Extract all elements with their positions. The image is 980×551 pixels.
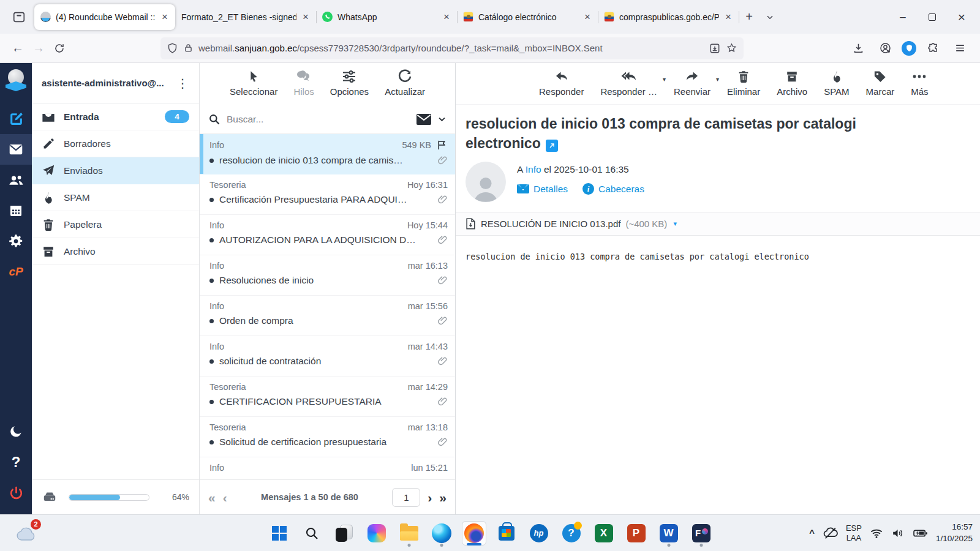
tab-close-icon[interactable]: ×: [583, 11, 592, 23]
hilos-button[interactable]: Hilos: [293, 69, 314, 105]
search-scope-mail-icon[interactable]: [417, 114, 431, 125]
taskbar-app-edge[interactable]: [429, 521, 454, 545]
clock[interactable]: 16:571/10/2025: [936, 522, 973, 544]
search-bar[interactable]: [200, 105, 455, 134]
extension-shield-icon[interactable]: [902, 41, 916, 56]
archivo-button[interactable]: Archivo: [777, 69, 807, 104]
widgets-button[interactable]: 2: [16, 525, 37, 541]
open-in-new-window-icon[interactable]: [546, 140, 558, 152]
taskbar-app-word[interactable]: W: [657, 521, 681, 545]
list-all-tabs-icon[interactable]: [760, 7, 780, 28]
folder-item-archivo[interactable]: Archivo: [32, 238, 199, 265]
dropdown-caret-icon[interactable]: ▾: [663, 76, 666, 83]
first-page-button[interactable]: «: [208, 491, 216, 504]
opciones-button[interactable]: Opciones: [330, 69, 369, 105]
save-page-icon[interactable]: [709, 42, 721, 54]
reenviar-button[interactable]: ▾Reenviar: [674, 69, 710, 104]
eliminar-button[interactable]: Eliminar: [727, 69, 760, 104]
message-list-item[interactable]: Tesoreriamar 13:18Solicitud de certifica…: [200, 417, 455, 457]
attachment-bar[interactable]: RESOLUCIÓN DE INICIO 013.pdf (~400 KB) ▾: [456, 212, 980, 236]
window-close-button[interactable]: ×: [947, 0, 976, 34]
taskbar-app-search[interactable]: [300, 521, 324, 545]
message-list-item[interactable]: Info549 KBresolucion de inicio 013 compr…: [200, 134, 455, 174]
folder-item-papelera[interactable]: Papelera: [32, 211, 199, 238]
folder-item-enviados[interactable]: Enviados: [32, 157, 199, 184]
settings-gear-icon[interactable]: [0, 226, 32, 257]
seleccionar-button[interactable]: Seleccionar: [230, 69, 277, 105]
tracking-shield-icon[interactable]: [167, 42, 178, 54]
taskbar-app-powerpoint[interactable]: P: [624, 521, 649, 545]
browser-tab[interactable]: Catálogo electrónico×: [457, 4, 598, 30]
browser-tab[interactable]: Formato_2_ET Bienes -signed-×: [175, 4, 316, 30]
window-maximize-button[interactable]: [918, 0, 947, 34]
más-button[interactable]: Más: [911, 69, 928, 104]
back-button[interactable]: ←: [7, 38, 28, 59]
page-number-input[interactable]: 1: [392, 488, 420, 507]
attachment-menu-caret-icon[interactable]: ▾: [673, 220, 677, 228]
taskbar-app-task-view[interactable]: [332, 521, 356, 545]
responder-button[interactable]: Responder: [539, 69, 584, 104]
flag-icon[interactable]: [436, 140, 448, 151]
actualizar-button[interactable]: Actualizar: [385, 69, 425, 105]
marcar-button[interactable]: Marcar: [866, 69, 895, 104]
taskbar-app-store[interactable]: [494, 521, 519, 545]
taskbar-app-firmaec[interactable]: F: [689, 521, 714, 545]
taskbar-app-get-help[interactable]: ?: [559, 521, 584, 545]
firefox-view-icon[interactable]: [7, 6, 31, 29]
new-tab-button[interactable]: +: [739, 7, 760, 28]
next-page-button[interactable]: ›: [428, 491, 432, 504]
mail-nav-icon[interactable]: [0, 134, 32, 165]
account-menu-kebab-icon[interactable]: ⋮: [173, 76, 193, 91]
forward-button[interactable]: →: [28, 38, 49, 59]
dropdown-caret-icon[interactable]: ▾: [716, 76, 719, 83]
battery-icon[interactable]: [913, 525, 928, 541]
folder-item-borradores[interactable]: Borradores: [32, 130, 199, 157]
last-page-button[interactable]: »: [439, 491, 447, 504]
message-list-item[interactable]: Infomar 15:56Orden de compra: [200, 296, 455, 336]
taskbar-app-start[interactable]: [267, 521, 292, 545]
bookmark-star-icon[interactable]: [726, 42, 737, 54]
headers-toggle[interactable]: i Cabeceras: [582, 183, 644, 195]
help-icon[interactable]: ?: [0, 447, 32, 478]
downloads-icon[interactable]: [848, 38, 869, 59]
volume-icon[interactable]: [891, 527, 905, 540]
dark-mode-moon-icon[interactable]: [0, 416, 32, 447]
tab-close-icon[interactable]: ×: [442, 11, 451, 23]
address-bar[interactable]: webmail.sanjuan.gob.ec/cpsess7793728530/…: [160, 37, 744, 59]
attachment-name[interactable]: RESOLUCIÓN DE INICIO 013.pdf: [481, 219, 620, 229]
spam-button[interactable]: SPAM: [824, 69, 849, 104]
search-options-chevron-icon[interactable]: [437, 114, 447, 124]
logout-power-icon[interactable]: [0, 478, 32, 508]
window-minimize-button[interactable]: –: [888, 0, 918, 34]
search-input[interactable]: [227, 114, 410, 125]
message-list-item[interactable]: Infomar 14:43solicitud de contratación: [200, 336, 455, 377]
folder-item-entrada[interactable]: Entrada4: [32, 103, 199, 130]
language-indicator[interactable]: ESPLAA: [846, 523, 862, 542]
compose-button[interactable]: [0, 103, 32, 134]
responder--button[interactable]: ▾Responder …: [600, 69, 657, 104]
message-list-item[interactable]: Infolun 15:21: [200, 457, 455, 479]
browser-tab[interactable]: WhatsApp×: [316, 4, 457, 30]
details-toggle[interactable]: Detalles: [517, 184, 568, 195]
message-list-item[interactable]: Tesoreriamar 14:29CERTIFICACION PRESUPUE…: [200, 377, 455, 417]
taskbar-app-file-explorer[interactable]: [397, 521, 421, 545]
extensions-puzzle-icon[interactable]: [922, 38, 943, 59]
cpanel-icon[interactable]: cP: [0, 257, 32, 287]
tab-close-icon[interactable]: ×: [724, 11, 733, 23]
reload-button[interactable]: [49, 38, 70, 59]
taskbar-app-hp[interactable]: hp: [527, 521, 551, 545]
tab-close-icon[interactable]: ×: [160, 11, 169, 23]
contacts-nav-icon[interactable]: [0, 165, 32, 195]
browser-tab[interactable]: compraspublicas.gob.ec/P×: [598, 4, 739, 30]
taskbar-app-firefox[interactable]: [462, 521, 486, 545]
folder-item-spam[interactable]: SPAM: [32, 184, 199, 211]
browser-tab[interactable]: (4) Roundcube Webmail ::×: [34, 4, 175, 30]
message-list-item[interactable]: TesoreriaHoy 16:31Certificación Presupue…: [200, 174, 455, 215]
wifi-icon[interactable]: [870, 527, 883, 540]
menu-hamburger-icon[interactable]: [949, 38, 970, 59]
previous-page-button[interactable]: ‹: [223, 491, 227, 504]
tray-overflow-chevron-icon[interactable]: ^: [809, 528, 815, 538]
recipient-link[interactable]: Info: [526, 164, 541, 174]
onedrive-offline-icon[interactable]: [823, 525, 838, 541]
taskbar-app-copilot[interactable]: [364, 521, 389, 545]
